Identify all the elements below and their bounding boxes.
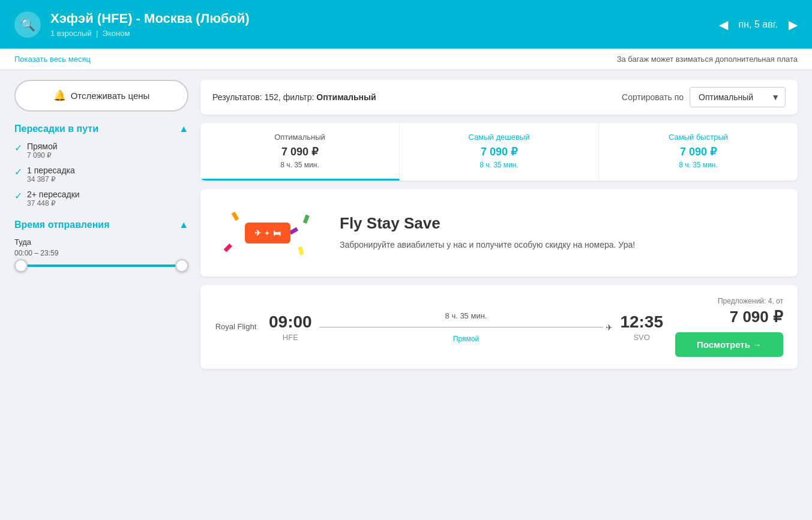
confetti-4: ▮ bbox=[296, 243, 305, 257]
subtitle-sep: | bbox=[96, 29, 98, 38]
tab-cheapest-price: 7 090 ₽ bbox=[412, 145, 586, 158]
filter-1stop: ✓ 1 пересадка 34 387 ₽ bbox=[14, 166, 188, 184]
confetti-1: ▮ bbox=[229, 208, 241, 223]
flight-middle: 8 ч. 35 мин. ✈ Прямой bbox=[319, 311, 613, 343]
transfers-title: Пересадки в пути bbox=[14, 124, 98, 134]
bell-icon: 🔔 bbox=[53, 89, 66, 102]
content: Результатов: 152, фильтр: Оптимальный Со… bbox=[200, 80, 798, 377]
flight-card: Royal Flight 09:00 HFE 8 ч. 35 мин. ✈ Пр… bbox=[200, 285, 798, 369]
promo-description: Забронируйте авиабилеты у нас и получите… bbox=[340, 239, 778, 251]
track-prices-button[interactable]: 🔔 Отслеживать цены bbox=[14, 80, 188, 112]
time-slider-track bbox=[17, 264, 186, 267]
arrive-time: 12:35 bbox=[620, 312, 663, 332]
slider-thumb-right[interactable] bbox=[175, 259, 188, 272]
next-date-button[interactable]: ▶ bbox=[789, 17, 798, 32]
arrive-airport: SVO bbox=[620, 333, 663, 342]
1stop-info: 1 пересадка 34 387 ₽ bbox=[27, 166, 75, 184]
sort-right: Сортировать по Оптимальный ▼ bbox=[622, 87, 786, 107]
plus-sign: + bbox=[265, 229, 269, 238]
price-tabs: Оптимальный 7 090 ₽ 8 ч. 35 мин. Самый д… bbox=[200, 123, 798, 181]
search-icon[interactable]: 🔍 bbox=[14, 11, 41, 38]
route-title: Хэфэй (HFE) - Москва (Любой) bbox=[50, 11, 250, 26]
2plus-label[interactable]: 2+ пересадки bbox=[27, 190, 80, 199]
baggage-note: За багаж может взиматься дополнительная … bbox=[617, 55, 798, 64]
check-icon-1stop: ✓ bbox=[14, 166, 22, 178]
slider-thumb-left[interactable] bbox=[14, 259, 28, 272]
class-label: Эконом bbox=[103, 29, 130, 38]
tab-fastest-label: Самый быстрый bbox=[611, 133, 786, 142]
prev-date-button[interactable]: ◀ bbox=[719, 17, 728, 32]
header: 🔍 Хэфэй (HFE) - Москва (Любой) 1 взрослы… bbox=[0, 0, 812, 49]
sort-bar: Результатов: 152, фильтр: Оптимальный Со… bbox=[200, 80, 798, 115]
tab-fastest[interactable]: Самый быстрый 7 090 ₽ 8 ч. 35 мин. bbox=[599, 123, 798, 181]
direct-label[interactable]: Прямой bbox=[27, 142, 58, 151]
1stop-label[interactable]: 1 пересадка bbox=[27, 166, 75, 175]
filter-2plus: ✓ 2+ пересадки 37 448 ₽ bbox=[14, 190, 188, 208]
direct-price: 7 090 ₽ bbox=[27, 151, 58, 160]
sort-wrapper: Оптимальный ▼ bbox=[690, 87, 786, 107]
top-bar: Показать весь месяц За багаж может взима… bbox=[0, 49, 812, 70]
tab-fastest-price: 7 090 ₽ bbox=[611, 145, 786, 158]
header-left: 🔍 Хэфэй (HFE) - Москва (Любой) 1 взрослы… bbox=[14, 11, 250, 38]
results-text: Результатов: 152, фильтр: Оптимальный bbox=[212, 92, 376, 102]
check-icon-direct: ✓ bbox=[14, 142, 22, 154]
flight-price: 7 090 ₽ bbox=[675, 308, 783, 326]
promo-visual: ▮ ▮ ▮ ▮ ▮ ✈ + 🛏 bbox=[220, 206, 316, 260]
current-date: пн, 5 авг. bbox=[739, 19, 778, 30]
offers-text: Предложений: 4, от bbox=[675, 297, 783, 305]
tab-cheapest-time: 8 ч. 35 мин. bbox=[412, 161, 586, 169]
1stop-price: 34 387 ₽ bbox=[27, 175, 75, 184]
tab-optimal-label: Оптимальный bbox=[212, 133, 387, 142]
departure-chevron[interactable]: ▲ bbox=[179, 220, 188, 230]
flight-price-box: Предложений: 4, от 7 090 ₽ Посмотреть → bbox=[675, 297, 783, 357]
plane-icon: ✈ bbox=[254, 229, 261, 238]
tab-cheapest[interactable]: Самый дешевый 7 090 ₽ 8 ч. 35 мин. bbox=[400, 123, 599, 181]
flight-line: ✈ bbox=[319, 323, 613, 332]
sidebar: 🔔 Отслеживать цены Пересадки в пути ▲ ✓ … bbox=[14, 80, 188, 377]
line-left bbox=[319, 327, 604, 327]
promo-title: Fly Stay Save bbox=[340, 214, 778, 233]
show-month-link[interactable]: Показать весь месяц bbox=[14, 55, 91, 64]
tab-optimal-time: 8 ч. 35 мин. bbox=[212, 161, 387, 169]
arrive-info: 12:35 SVO bbox=[620, 312, 663, 342]
adults-label: 1 взрослый bbox=[50, 29, 92, 38]
depart-time: 09:00 bbox=[269, 312, 312, 332]
promo-badge: ✈ + 🛏 bbox=[245, 223, 290, 244]
direct-label: Прямой bbox=[319, 335, 613, 343]
check-icon-2plus: ✓ bbox=[14, 190, 22, 202]
confetti-3: ▮ bbox=[222, 241, 236, 254]
results-prefix: Результатов: 152, фильтр: bbox=[212, 92, 316, 102]
tab-optimal-price: 7 090 ₽ bbox=[212, 145, 387, 158]
transfers-filter: Пересадки в пути ▲ ✓ Прямой 7 090 ₽ ✓ 1 … bbox=[14, 124, 188, 208]
header-info: Хэфэй (HFE) - Москва (Любой) 1 взрослый … bbox=[50, 11, 250, 38]
track-prices-label: Отслеживать цены bbox=[71, 91, 150, 101]
book-button[interactable]: Посмотреть → bbox=[675, 332, 783, 357]
promo-card: ▮ ▮ ▮ ▮ ▮ ✈ + 🛏 Fly Stay Save Забронируй… bbox=[200, 189, 798, 276]
departure-direction-label: Туда bbox=[14, 238, 188, 247]
depart-airport: HFE bbox=[269, 333, 312, 342]
sort-label: Сортировать по bbox=[622, 92, 684, 102]
airline-name: Royal Flight bbox=[215, 321, 257, 332]
tab-fastest-time: 8 ч. 35 мин. bbox=[611, 161, 786, 169]
depart-info: 09:00 HFE bbox=[269, 312, 312, 342]
direct-info: Прямой 7 090 ₽ bbox=[27, 142, 58, 160]
header-subtitle: 1 взрослый | Эконом bbox=[50, 29, 250, 38]
departure-range: 00:00 – 23:59 bbox=[14, 249, 188, 257]
date-nav: ◀ пн, 5 авг. ▶ bbox=[719, 17, 798, 32]
flight-duration: 8 ч. 35 мин. bbox=[319, 311, 613, 320]
transfers-chevron[interactable]: ▲ bbox=[179, 124, 188, 134]
2plus-price: 37 448 ₽ bbox=[27, 199, 80, 208]
departure-title: Время отправления bbox=[14, 220, 110, 230]
filter-direct: ✓ Прямой 7 090 ₽ bbox=[14, 142, 188, 160]
transfers-header: Пересадки в пути ▲ bbox=[14, 124, 188, 134]
promo-text: Fly Stay Save Забронируйте авиабилеты у … bbox=[340, 214, 778, 251]
confetti-2: ▮ bbox=[302, 211, 312, 226]
sort-select[interactable]: Оптимальный bbox=[690, 87, 786, 107]
departure-filter: Время отправления ▲ Туда 00:00 – 23:59 bbox=[14, 220, 188, 267]
bed-icon: 🛏 bbox=[273, 229, 281, 238]
filter-name: Оптимальный bbox=[316, 92, 376, 102]
main-layout: 🔔 Отслеживать цены Пересадки в пути ▲ ✓ … bbox=[0, 70, 812, 387]
2plus-info: 2+ пересадки 37 448 ₽ bbox=[27, 190, 80, 208]
tab-optimal[interactable]: Оптимальный 7 090 ₽ 8 ч. 35 мин. bbox=[200, 123, 400, 181]
departure-header: Время отправления ▲ bbox=[14, 220, 188, 230]
